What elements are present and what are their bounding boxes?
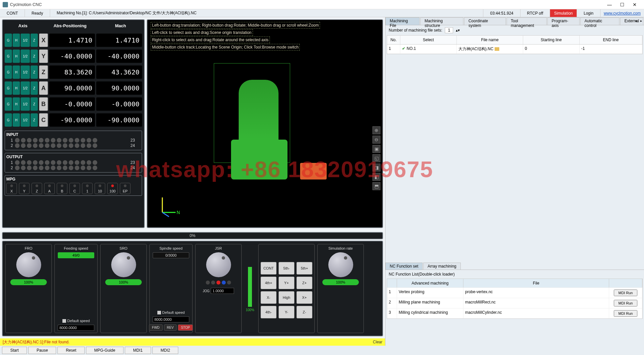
mpg-btn-y[interactable]: Y: [19, 183, 30, 194]
tab-automatic-control[interactable]: Automatic control: [580, 17, 619, 25]
vp-tool-3[interactable]: ▣: [372, 145, 380, 153]
tab-program-axis[interactable]: Program-axis: [547, 17, 580, 25]
vp-tool-4[interactable]: ◱: [372, 154, 380, 162]
axis-btn-g[interactable]: G: [5, 50, 12, 63]
feeding-speed-input[interactable]: 8000.0000: [58, 325, 94, 331]
axis-btn-z[interactable]: Z: [31, 50, 38, 63]
tab-coordinate-system[interactable]: Coordinate system: [464, 17, 506, 25]
fn-row[interactable]: 2Milling plane machiningmacroMillRect.nc…: [387, 298, 642, 308]
fn-row[interactable]: 3Milling cylindrical machiningmacroMillC…: [387, 308, 642, 318]
mpg-guide-button[interactable]: MPG-Guide: [86, 347, 123, 354]
vp-tool-5[interactable]: ◨: [372, 164, 380, 172]
axis-btn-g[interactable]: G: [5, 81, 12, 95]
reset-button[interactable]: Reset: [57, 347, 84, 354]
sro-knob[interactable]: [111, 252, 136, 277]
axis-btn-g[interactable]: G: [5, 65, 12, 79]
jog-btn-cont[interactable]: CONT: [261, 262, 277, 275]
axis-btn-z[interactable]: Z: [31, 97, 38, 111]
axis-btn-h[interactable]: H: [13, 34, 20, 47]
mdi-run-button[interactable]: MDI Run: [614, 300, 637, 306]
mdi2-button[interactable]: MDI2: [152, 347, 179, 354]
jog-btn-y-minus[interactable]: Y-: [279, 306, 294, 318]
tab-machining-structure[interactable]: Machining structure: [420, 17, 463, 25]
fwd-button[interactable]: FWD: [149, 324, 163, 331]
vp-tool-6[interactable]: ◧: [372, 173, 380, 181]
start-button[interactable]: Start: [2, 347, 27, 354]
close-button[interactable]: ✕: [631, 1, 638, 8]
jog-btn-y-minusplus[interactable]: Y+: [279, 277, 294, 289]
jog-btn-5th-minus[interactable]: 5th-: [279, 262, 294, 275]
feeding-default-check[interactable]: Default speed: [62, 319, 90, 323]
axis-btn-1/2[interactable]: 1/2: [21, 113, 30, 127]
jog-btn-4th-minus[interactable]: 4th-: [261, 306, 277, 318]
subtab-nc-function-set[interactable]: NC Function set: [385, 263, 423, 270]
mpg-btn-ep[interactable]: EP: [120, 183, 130, 194]
tab-scroll-right[interactable]: ▸: [639, 18, 643, 23]
axis-btn-1/2[interactable]: 1/2: [21, 34, 30, 47]
pause-button[interactable]: Pause: [28, 347, 56, 354]
jog-btn-high[interactable]: High: [279, 291, 294, 304]
zoom-in-icon[interactable]: ⊕: [372, 126, 380, 134]
mdi1-button[interactable]: MDI1: [125, 347, 151, 354]
axis-btn-h[interactable]: H: [13, 81, 20, 95]
axis-btn-1/2[interactable]: 1/2: [21, 81, 30, 95]
checkbox-icon[interactable]: [62, 319, 66, 323]
mpg-btn-10[interactable]: 10: [95, 183, 105, 194]
file-table-row[interactable]: 1 ✔NO.1 大力神(AC结构).NC 0 -1: [387, 45, 642, 54]
fn-row[interactable]: 1Vertex probingprobe-vertex.ncMDI Run: [387, 288, 642, 298]
jog-btn-z-minus[interactable]: Z-: [296, 306, 312, 318]
axis-btn-z[interactable]: Z: [31, 81, 38, 95]
jog-btn-x-minus[interactable]: X-: [261, 291, 277, 304]
3d-viewport[interactable]: Left-button drag:translation; Right-butt…: [147, 19, 383, 228]
mdi-run-button[interactable]: MDI Run: [614, 310, 637, 317]
mpg-btn-100[interactable]: 100: [107, 183, 118, 194]
axis-btn-z[interactable]: Z: [31, 34, 38, 47]
fro-knob[interactable]: [16, 252, 41, 277]
tab-tool-management[interactable]: Tool management: [507, 17, 547, 25]
axis-btn-1/2[interactable]: 1/2: [21, 50, 30, 63]
jog-btn-x-minusplus[interactable]: X+: [296, 291, 312, 304]
tab-scroll-left[interactable]: ◂: [633, 18, 638, 23]
axis-btn-h[interactable]: H: [13, 65, 20, 79]
jog-btn-5th-minusplus[interactable]: 5th+: [296, 262, 312, 275]
mpg-btn-a[interactable]: A: [44, 183, 55, 194]
file-count-value[interactable]: 1: [445, 27, 453, 33]
clear-button[interactable]: Clear: [373, 340, 382, 344]
spinner-icon[interactable]: ▴▾: [456, 28, 460, 33]
spindle-default-check[interactable]: Default speed: [157, 310, 185, 314]
folder-icon[interactable]: [495, 47, 499, 51]
mpg-btn-c[interactable]: C: [69, 183, 80, 194]
axis-btn-g[interactable]: G: [5, 113, 12, 127]
spindle-speed-input[interactable]: 8000.0000: [153, 316, 189, 322]
axis-btn-g[interactable]: G: [5, 34, 12, 47]
tab-machining-file[interactable]: Machining File: [385, 17, 420, 25]
stop-button[interactable]: STOP: [178, 324, 193, 331]
axis-btn-1/2[interactable]: 1/2: [21, 97, 30, 111]
axis-btn-h[interactable]: H: [13, 113, 20, 127]
minimize-button[interactable]: —: [606, 1, 613, 8]
mpg-btn-x[interactable]: X: [6, 183, 17, 194]
mpg-btn-b[interactable]: B: [57, 183, 67, 194]
jsr-knob[interactable]: [206, 252, 231, 277]
mdi-run-button[interactable]: MDI Run: [614, 290, 637, 296]
axis-btn-h[interactable]: H: [13, 97, 20, 111]
vendor-link[interactable]: www.cyclmotion.com: [601, 11, 644, 16]
zoom-out-icon[interactable]: ⊖: [372, 136, 380, 144]
simrate-knob[interactable]: [328, 252, 353, 277]
subtab-array-machining[interactable]: Array machining: [423, 263, 461, 270]
rev-button[interactable]: REV: [164, 324, 177, 331]
checkbox-icon[interactable]: [157, 311, 161, 314]
vp-tool-7[interactable]: ⬒: [372, 182, 380, 190]
status-rtcp[interactable]: RTCP off: [521, 9, 550, 17]
axis-btn-z[interactable]: Z: [31, 65, 38, 79]
maximize-button[interactable]: ☐: [619, 1, 625, 8]
mpg-btn-z[interactable]: Z: [32, 183, 42, 194]
jog-bar[interactable]: [248, 267, 252, 307]
login-button[interactable]: Login: [577, 9, 600, 17]
axis-btn-g[interactable]: G: [5, 97, 12, 111]
axis-btn-1/2[interactable]: 1/2: [21, 65, 30, 79]
jog-btn-z-minusplus[interactable]: Z+: [296, 277, 312, 289]
jog-input[interactable]: 1.0000: [211, 288, 234, 294]
axis-btn-h[interactable]: H: [13, 50, 20, 63]
axis-btn-z[interactable]: Z: [31, 113, 38, 127]
